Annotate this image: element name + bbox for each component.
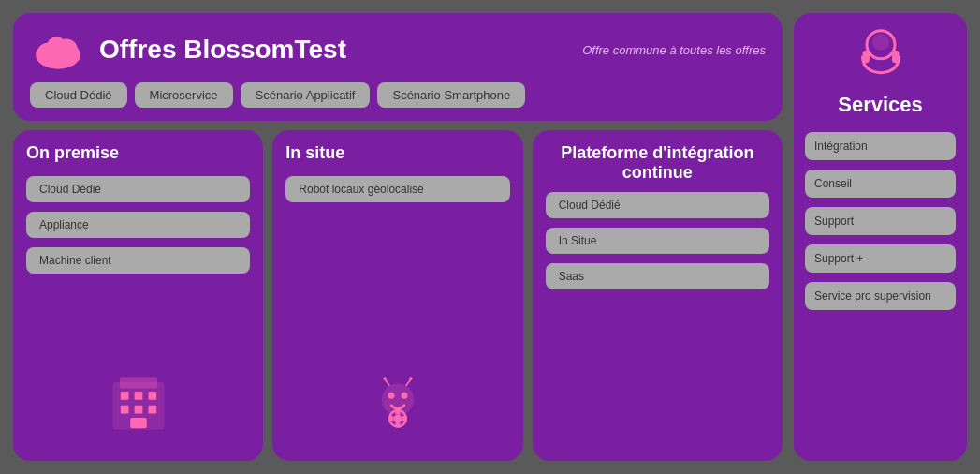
svg-point-17	[394, 414, 402, 422]
svg-rect-12	[130, 418, 147, 428]
svg-rect-9	[120, 406, 128, 414]
service-btn-conseil[interactable]: Conseil	[805, 170, 956, 198]
service-btn-supervision[interactable]: Service pro supervision	[805, 282, 956, 310]
on-premise-title: On premise	[26, 143, 119, 163]
tab-scenario-smartphone[interactable]: Scénario Smartphone	[377, 82, 525, 108]
svg-point-3	[47, 37, 66, 56]
tabs-row: Cloud Dédié Microservice Scénario Applic…	[30, 82, 766, 108]
svg-line-24	[406, 379, 411, 386]
svg-rect-5	[120, 378, 156, 388]
svg-point-25	[409, 377, 413, 380]
service-btn-support[interactable]: Support	[805, 207, 956, 235]
services-panel: Services Intégration Conseil Support Sup…	[794, 13, 967, 461]
in-situe-btn-robot[interactable]: Robot locaux géolocalisé	[285, 176, 509, 202]
svg-rect-6	[120, 392, 128, 400]
on-premise-btn-machine[interactable]: Machine client	[26, 247, 250, 274]
svg-rect-7	[134, 392, 142, 400]
svg-point-15	[401, 393, 407, 399]
svg-rect-21	[402, 416, 406, 421]
col-plateforme: Plateforme d'intégration continue Cloud …	[533, 130, 783, 461]
services-title: Services	[838, 93, 923, 117]
on-premise-icon	[106, 371, 171, 448]
svg-line-22	[385, 379, 389, 386]
in-situe-icon	[365, 371, 431, 448]
plateforme-btn-saas[interactable]: Saas	[546, 263, 769, 289]
header-section: Offres BlossomTest Offre commune à toute…	[13, 13, 783, 121]
col-on-premise: On premise Cloud Dédié Appliance Machine…	[13, 130, 263, 461]
svg-rect-20	[388, 416, 393, 421]
svg-rect-19	[395, 422, 400, 427]
svg-point-23	[383, 377, 387, 380]
header-subtitle: Offre commune à toutes les offres	[582, 43, 766, 57]
col-in-situe: In situe Robot locaux géolocalisé	[272, 130, 522, 461]
cloud-icon	[30, 26, 86, 73]
svg-point-27	[872, 34, 889, 51]
tab-cloud-dedie[interactable]: Cloud Dédié	[30, 82, 127, 108]
on-premise-btn-appliance[interactable]: Appliance	[26, 212, 250, 238]
svg-rect-8	[148, 392, 156, 400]
main-container: Offres BlossomTest Offre commune à toute…	[0, 0, 980, 474]
svg-point-14	[388, 393, 394, 399]
headset-icon	[853, 28, 909, 80]
svg-rect-11	[148, 406, 156, 414]
header-top: Offres BlossomTest Offre commune à toute…	[30, 26, 766, 73]
service-btn-support-plus[interactable]: Support +	[805, 244, 956, 273]
in-situe-title: In situe	[285, 143, 344, 163]
on-premise-btn-cloud[interactable]: Cloud Dédié	[26, 176, 250, 202]
svg-rect-18	[395, 409, 400, 414]
tab-scenario-applicatif[interactable]: Scénario Applicatif	[241, 82, 371, 108]
service-btn-integration[interactable]: Intégration	[805, 132, 956, 160]
tab-microservice[interactable]: Microservice	[135, 82, 233, 108]
header-title: Offres BlossomTest	[99, 35, 346, 65]
plateforme-title: Plateforme d'intégration continue	[546, 143, 769, 183]
plateforme-btn-in-situe[interactable]: In Situe	[546, 228, 769, 254]
columns-section: On premise Cloud Dédié Appliance Machine…	[13, 130, 783, 461]
left-panel: Offres BlossomTest Offre commune à toute…	[13, 13, 783, 461]
plateforme-btn-cloud[interactable]: Cloud Dédié	[546, 192, 769, 218]
svg-rect-10	[134, 406, 142, 414]
